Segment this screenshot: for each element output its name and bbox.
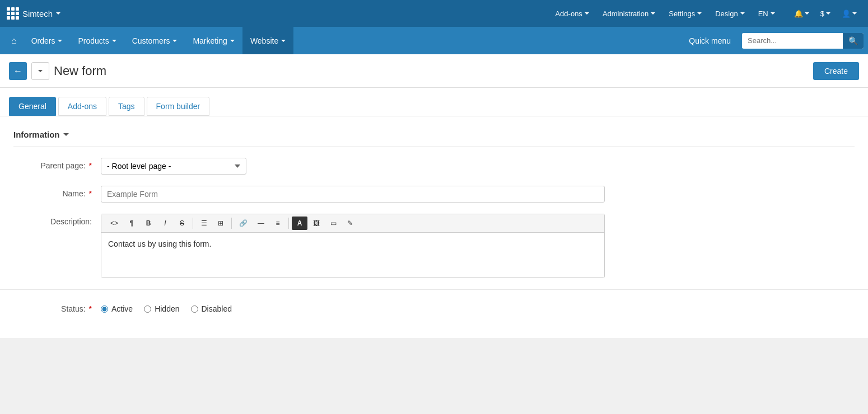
chevron-down-icon: [697, 12, 702, 15]
chevron-down-icon: [58, 40, 62, 42]
chevron-down-icon: [651, 12, 655, 15]
user-button[interactable]: 👤: [837, 7, 861, 20]
chevron-down-icon: [852, 12, 857, 15]
dollar-button[interactable]: $: [816, 7, 835, 20]
status-control: Active Hidden Disabled: [101, 301, 605, 313]
text-color-btn[interactable]: A: [292, 217, 307, 230]
parent-page-label: Parent page: *: [13, 158, 92, 170]
ul-btn[interactable]: ☰: [196, 217, 212, 230]
back-arrow-icon: ←: [13, 66, 22, 76]
parent-page-control: - Root level page -: [101, 158, 605, 175]
header-dropdown-button[interactable]: [31, 62, 49, 80]
tabs-bar: General Add-ons Tags Form builder: [0, 88, 868, 116]
required-indicator: *: [89, 304, 92, 313]
top-nav-design[interactable]: Design: [710, 6, 750, 21]
status-options: Active Hidden Disabled: [101, 301, 605, 313]
image-btn[interactable]: 🖼: [309, 217, 324, 230]
video-btn[interactable]: ▭: [325, 217, 341, 230]
code-btn[interactable]: <>: [106, 217, 123, 230]
tab-form-builder[interactable]: Form builder: [147, 97, 210, 116]
grid-icon: [7, 7, 19, 20]
quick-menu-link[interactable]: Quick menu: [682, 36, 738, 45]
parent-page-group: Parent page: * - Root level page -: [13, 158, 855, 175]
tab-tags[interactable]: Tags: [109, 97, 144, 116]
chevron-down-icon: [281, 40, 286, 42]
nav-website[interactable]: Website: [242, 27, 293, 54]
chevron-down-icon: [172, 40, 177, 42]
parent-page-select[interactable]: - Root level page -: [101, 158, 246, 175]
chevron-down-icon: [585, 12, 589, 15]
nav-products[interactable]: Products: [70, 27, 124, 54]
toolbar-sep-2: [231, 218, 232, 229]
chevron-down-icon: [826, 12, 830, 15]
nav-customers[interactable]: Customers: [124, 27, 185, 54]
section-information: Information: [13, 130, 855, 147]
align-btn[interactable]: ≡: [270, 217, 286, 230]
link-btn[interactable]: 🔗: [235, 217, 252, 230]
bold-btn[interactable]: B: [141, 217, 156, 230]
search-icon: 🔍: [848, 36, 858, 45]
chevron-down-icon: [38, 70, 43, 72]
back-button[interactable]: ←: [9, 62, 27, 80]
dollar-icon: $: [820, 10, 824, 18]
editor-content[interactable]: Contact us by using this form.: [101, 233, 604, 277]
paragraph-btn[interactable]: ¶: [124, 217, 139, 230]
italic-btn[interactable]: I: [157, 217, 173, 230]
strikethrough-btn[interactable]: S: [174, 217, 190, 230]
nav-marketing[interactable]: Marketing: [185, 27, 242, 54]
status-disabled[interactable]: Disabled: [191, 304, 232, 313]
create-button[interactable]: Create: [813, 62, 859, 80]
toolbar-sep-1: [193, 218, 193, 229]
search-bar: 🔍: [742, 33, 864, 49]
status-hidden-radio[interactable]: [144, 305, 151, 313]
chevron-down-icon: [230, 40, 235, 42]
top-nav-settings[interactable]: Settings: [663, 6, 707, 21]
tab-addons[interactable]: Add-ons: [58, 97, 106, 116]
bell-button[interactable]: 🔔: [790, 7, 814, 20]
section-toggle-icon[interactable]: [63, 133, 69, 136]
description-label: Description:: [13, 214, 92, 226]
nav-orders[interactable]: Orders: [24, 27, 71, 54]
home-icon: ⌂: [11, 36, 17, 46]
page-title: New form: [54, 64, 809, 78]
top-nav-addons[interactable]: Add-ons: [549, 6, 594, 21]
required-indicator: *: [89, 161, 92, 170]
description-group: Description: <> ¶ B I S ☰ ⊞ 🔗 —: [13, 214, 855, 278]
home-button[interactable]: ⌂: [4, 27, 24, 54]
name-control: [101, 186, 605, 203]
pencil-btn[interactable]: ✎: [342, 217, 358, 230]
status-group: Status: * Active Hidden Disabled: [13, 301, 855, 313]
status-hidden[interactable]: Hidden: [144, 304, 179, 313]
chevron-down-icon: [805, 12, 809, 15]
secondary-nav: ⌂ Orders Products Customers Marketing We…: [0, 27, 868, 54]
page-header: ← New form Create: [0, 54, 868, 88]
description-control: <> ¶ B I S ☰ ⊞ 🔗 — ≡ A 🖼: [101, 214, 605, 278]
search-button[interactable]: 🔍: [843, 33, 864, 49]
description-editor: <> ¶ B I S ☰ ⊞ 🔗 — ≡ A 🖼: [101, 214, 605, 278]
section-title: Information: [13, 130, 60, 139]
top-nav-language[interactable]: EN: [753, 6, 781, 21]
top-nav-administration[interactable]: Administration: [597, 6, 661, 21]
user-icon: 👤: [842, 10, 851, 18]
status-label: Status: *: [13, 301, 92, 313]
brand-caret: [56, 12, 60, 15]
table-btn[interactable]: ⊞: [213, 217, 228, 230]
name-label: Name: *: [13, 186, 92, 198]
content-wrapper: ← New form Create General Add-ons Tags F…: [0, 54, 868, 338]
name-group: Name: *: [13, 186, 855, 203]
brand-name: Simtech: [22, 9, 53, 18]
status-active[interactable]: Active: [101, 304, 133, 313]
search-input[interactable]: [742, 34, 843, 48]
chevron-down-icon: [740, 12, 745, 15]
hr-btn[interactable]: —: [253, 217, 269, 230]
chevron-down-icon: [771, 12, 775, 15]
bell-icon: 🔔: [794, 10, 803, 18]
required-indicator: *: [89, 189, 92, 198]
tab-general[interactable]: General: [9, 97, 56, 116]
name-input[interactable]: [101, 186, 605, 203]
status-active-radio[interactable]: [101, 305, 108, 313]
status-disabled-radio[interactable]: [191, 305, 198, 313]
brand-logo[interactable]: Simtech: [7, 7, 60, 20]
editor-toolbar: <> ¶ B I S ☰ ⊞ 🔗 — ≡ A 🖼: [101, 214, 604, 233]
form-area: Information Parent page: * - Root level …: [0, 116, 868, 338]
